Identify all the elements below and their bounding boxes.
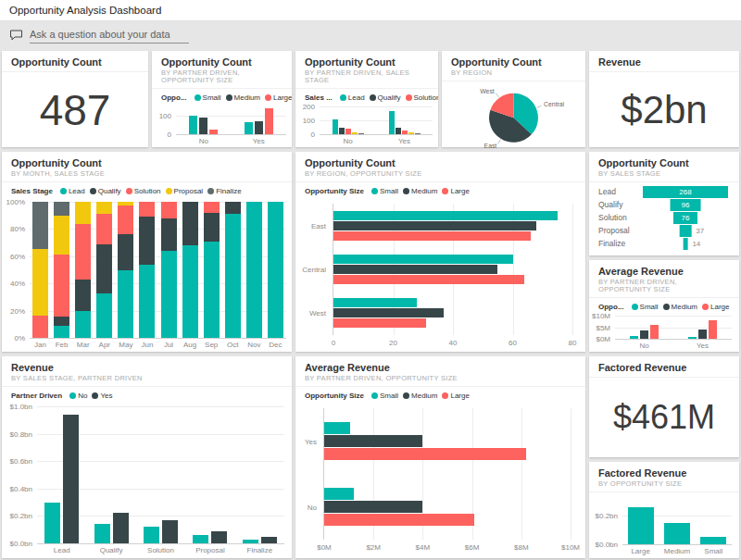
column-chart: Oppo...SmallMediumLarge0100NoYes [152,89,292,147]
legend-label: Medium [411,187,437,195]
legend-item: Medium [663,303,697,311]
stack-column [118,202,133,338]
tile-revenue-kpi[interactable]: Revenue $2bn [589,51,739,147]
stack-segment [96,293,112,339]
stack-group [157,202,179,338]
tile-factored-by-size[interactable]: Factored Revenue BY OPPORTUNITY SIZE $0.… [589,462,739,558]
value-label: 37 [696,227,704,235]
tile-count-by-region[interactable]: Opportunity Count BY REGION CentralEastW… [442,51,585,147]
axis-tick-label: 60% [2,253,25,261]
bar [255,121,263,134]
tile-header: Average Revenue BY PARTNER DRIVEN, OPPOR… [295,356,585,387]
legend-title: Partner Driven [11,392,62,400]
legend-swatch [403,188,409,194]
bar [324,501,422,513]
kpi-value: 487 [2,72,148,147]
axis-tick-label: 100 [152,112,171,120]
tile-avg-revenue-small[interactable]: Average Revenue BY PARTNER DRIVEN, OPPOR… [589,260,739,352]
bar [664,523,690,544]
bar [333,318,426,328]
tile-avg-revenue-by-partner[interactable]: Average Revenue BY PARTNER DRIVEN, OPPOR… [295,356,585,558]
funnel-bar [684,238,688,250]
bar [333,265,497,274]
stack-column [246,202,262,338]
stack-segment [182,202,198,245]
stack-segment [204,213,220,242]
tile-title: Opportunity Count [305,56,429,68]
axis-tick-label: 80 [569,335,577,347]
stack-segment [32,316,48,338]
bar [339,128,345,134]
legend-swatch [265,94,271,101]
stack-segment [96,244,112,293]
tile-count-by-partner-stage[interactable]: Opportunity Count BY PARTNER DRIVEN, SAL… [295,51,438,147]
category-label: Lead [598,187,643,196]
axis-tick-label: $4M [416,540,431,552]
tile-opportunity-count-kpi[interactable]: Opportunity Count 487 [2,51,148,147]
category-label: Mar [72,338,94,349]
legend-label: Lead [348,93,365,102]
legend-swatch [702,304,709,310]
legend-label: Yes [100,392,112,400]
legend-item: Qualify [370,93,401,102]
bar-groups [615,316,732,339]
tile-count-by-month-stage[interactable]: Opportunity Count BY MONTH, SALES STAGE … [2,152,292,352]
legend-label: Proposal [174,187,204,195]
stack-group [180,202,201,338]
tile-subtitle: BY REGION [451,69,576,77]
category-label: Small [696,544,732,555]
stack-column [268,202,283,338]
ask-question-input[interactable] [30,27,189,44]
stack-segment [204,202,220,213]
bar [324,422,350,434]
category-label: Nov [244,338,265,349]
legend-label: Large [710,303,729,311]
funnel-bar-zone: 268 [643,186,728,198]
tile-title: Revenue [11,362,283,373]
category-label: Lead [37,543,86,554]
category-axis: NoYes [176,134,286,145]
tile-count-by-region-size[interactable]: Opportunity Count BY REGION, OPPORTUNITY… [295,152,585,352]
legend-swatch [90,188,96,194]
tile-factored-revenue-kpi[interactable]: Factored Revenue $461M [589,356,739,457]
tile-count-by-stage[interactable]: Opportunity Count BY SALES STAGE Lead268… [589,152,739,255]
bar [333,275,524,284]
legend-swatch [370,94,376,101]
bar-row: Yes [324,422,571,460]
qa-searchbar [0,21,741,48]
tile-title: Opportunity Count [305,157,576,168]
axis-tick-label: 100% [2,198,25,206]
bar-groups [622,502,732,544]
stack-segment [54,326,69,338]
stack-segment [32,202,48,249]
column-chart: Sales ...LeadQualifySolution0100200NoYes [295,89,438,147]
category-label: Yes [376,134,433,145]
tile-subtitle: BY SALES STAGE [598,170,730,178]
column-chart: Partner DrivenNoYes$0.0bn$0.2bn$0.4bn$0.… [2,387,292,558]
legend-label: Small [203,93,221,102]
legend-title: Sales ... [305,93,333,102]
funnel-bar: 268 [643,186,728,198]
plot-area: $0M$5M$10MNoYes [615,316,732,340]
legend-item: Solution [126,187,161,195]
tile-count-by-partner-size[interactable]: Opportunity Count BY PARTNER DRIVEN, OPP… [152,51,292,147]
bar [333,298,417,307]
stacked-column-chart: Sales StageLeadQualifySolutionProposalFi… [2,182,292,352]
category-axis: JanFebMarAprMayJunJulAugSepOctNovDec [30,338,286,349]
legend-swatch [60,188,67,194]
gridline [572,204,573,335]
tile-revenue-by-stage-partner[interactable]: Revenue BY SALES STAGE, PARTNER DRIVEN P… [2,356,292,558]
legend-item: Large [265,93,292,102]
bar [193,535,208,543]
category-label: Proposal [598,226,643,235]
stack-column [54,202,69,338]
tile-subtitle: BY PARTNER DRIVEN, OPPORTUNITY SIZE [161,69,283,84]
bar-groups [320,106,433,134]
stack-column [204,202,220,338]
bar [245,122,253,134]
legend-swatch [442,188,448,194]
bar [333,308,444,317]
legend-label: Solution [134,187,161,195]
legend-item: Yes [92,392,112,400]
legend-label: Qualify [378,93,401,102]
